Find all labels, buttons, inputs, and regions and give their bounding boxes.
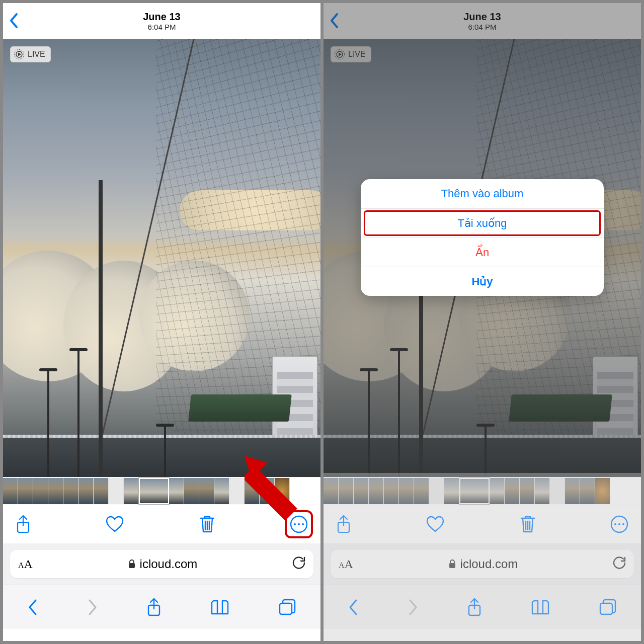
- nav-forward-button[interactable]: [87, 597, 99, 617]
- nav-back-button[interactable]: [27, 597, 39, 617]
- list-item[interactable]: [260, 478, 275, 504]
- hide-button[interactable]: Ẩn: [361, 237, 604, 267]
- modal-backdrop-bottom: [324, 473, 641, 641]
- photo-time: 6:04 PM: [3, 23, 320, 31]
- svg-rect-9: [280, 603, 292, 614]
- svg-rect-7: [129, 563, 135, 568]
- delete-button[interactable]: [199, 514, 216, 534]
- list-item[interactable]: [48, 478, 63, 504]
- list-item[interactable]: [63, 478, 78, 504]
- cancel-button[interactable]: Hủy: [361, 267, 604, 296]
- url-bar-row: AA icloud.com: [3, 543, 320, 585]
- list-item[interactable]: [214, 478, 229, 504]
- list-item[interactable]: [199, 478, 214, 504]
- share-button[interactable]: [15, 514, 31, 534]
- list-item[interactable]: [33, 478, 48, 504]
- list-item[interactable]: [229, 478, 245, 504]
- tabs-button[interactable]: [278, 598, 297, 616]
- list-item[interactable]: [124, 478, 139, 504]
- list-item[interactable]: [78, 478, 94, 504]
- live-icon: [14, 49, 25, 60]
- thumbnail-strip[interactable]: [3, 477, 320, 505]
- list-item[interactable]: [184, 478, 199, 504]
- svg-point-5: [298, 523, 300, 525]
- list-item[interactable]: [3, 478, 18, 504]
- url-bar[interactable]: AA icloud.com: [10, 550, 313, 578]
- reload-button[interactable]: [292, 556, 305, 572]
- list-item[interactable]: [18, 478, 33, 504]
- svg-point-6: [302, 523, 304, 525]
- screenshot-right: June 13 6:04 PM LIVE: [322, 0, 644, 644]
- photo-toolbar: [3, 505, 320, 543]
- list-item[interactable]: [169, 478, 184, 504]
- action-sheet: Thêm vào album Tải xuống Ẩn Hủy: [361, 179, 604, 296]
- text-size-button[interactable]: AA: [18, 557, 33, 571]
- bookmarks-button[interactable]: [210, 599, 230, 616]
- add-to-album-button[interactable]: Thêm vào album: [361, 179, 604, 208]
- list-item[interactable]: [275, 478, 290, 504]
- photo-header: June 13 6:04 PM: [3, 3, 320, 39]
- list-item[interactable]: [109, 478, 124, 504]
- live-label: LIVE: [28, 50, 45, 59]
- safari-toolbar: [3, 585, 320, 629]
- safari-share-button[interactable]: [146, 597, 162, 617]
- list-item[interactable]: [245, 478, 260, 504]
- lock-icon: [128, 559, 136, 569]
- photo-date: June 13: [3, 11, 320, 23]
- list-item[interactable]: [94, 478, 109, 504]
- screenshot-left: June 13 6:04 PM LIVE: [0, 0, 322, 644]
- list-item[interactable]: [139, 478, 169, 504]
- photo-viewer[interactable]: LIVE: [3, 39, 320, 477]
- more-button[interactable]: [289, 515, 308, 534]
- back-button[interactable]: [9, 12, 19, 31]
- svg-point-4: [294, 523, 296, 525]
- url-domain: icloud.com: [140, 557, 198, 571]
- live-badge: LIVE: [10, 46, 51, 62]
- download-button[interactable]: Tải xuống: [361, 208, 604, 237]
- favorite-button[interactable]: [105, 515, 125, 533]
